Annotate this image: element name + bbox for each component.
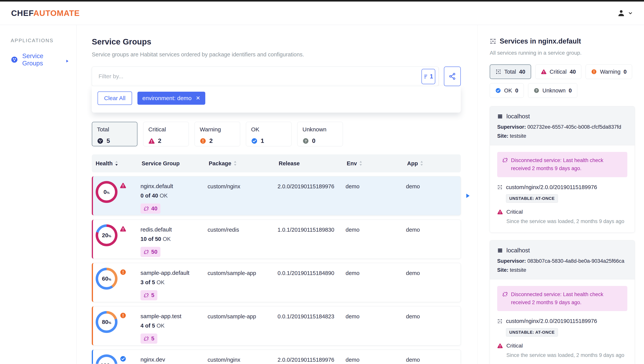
badge-label: Warning: [600, 69, 620, 75]
disconnected-badge: 5: [140, 290, 157, 300]
status-tab[interactable]: Critical 2: [143, 122, 189, 146]
warning-icon: [200, 138, 206, 144]
panel-status-badge[interactable]: OK 0: [490, 83, 524, 98]
top-nav: CHEFAUTOMATE: [0, 2, 644, 25]
ok-suffix: OK: [160, 193, 168, 199]
server-icon: [497, 114, 503, 119]
badge-count: 0: [515, 88, 518, 94]
status-tab-label: Warning: [200, 126, 235, 133]
column-label: App: [407, 160, 418, 167]
filter-input[interactable]: [92, 73, 438, 80]
sort-icon[interactable]: [115, 161, 118, 166]
service-group-row[interactable]: 80% sample-app.test 4 of 5 OK 5 custom/s…: [92, 306, 461, 345]
status-tab[interactable]: Total 5: [92, 122, 138, 146]
supervisor-label: Supervisor:: [497, 124, 526, 130]
share-button[interactable]: [444, 67, 461, 86]
column-label: Env: [347, 160, 357, 167]
service-card: localhost Supervisor: 083b07ca-5830-4a8d…: [490, 240, 635, 364]
status-tab-count: 2: [209, 137, 213, 144]
clear-all-button[interactable]: Clear All: [98, 92, 132, 105]
service-group-cell: redis.default 10 of 50 OK 50: [140, 220, 208, 258]
service-group-row[interactable]: 60% sample-app.default 3 of 5 OK 5 custo…: [92, 263, 461, 302]
disconnected-count: 50: [151, 249, 157, 255]
status-tab-count: 5: [106, 137, 110, 144]
critical-icon: [497, 209, 503, 215]
critical-icon: [497, 343, 503, 349]
badge-label: Total: [504, 69, 516, 75]
service-card-header: localhost Supervisor: 083b07ca-5830-4a8d…: [490, 240, 634, 279]
disconnected-alert-text: Disconnected service: Last health check …: [511, 290, 622, 307]
panel-status-badge[interactable]: Critical 40: [535, 65, 582, 79]
service-package: custom/nginx/2.0.0/20190115189976: [506, 318, 597, 324]
critical-icon: [541, 69, 547, 75]
chevron-right-icon: [464, 193, 471, 199]
table-header: Health Service Group Package Release Env…: [92, 154, 461, 172]
service-group-cell: sample-app.test 4 of 5 OK 5: [140, 306, 208, 345]
env-cell: demo: [346, 350, 406, 364]
chevron-right-icon: [65, 57, 69, 62]
disconnected-alert-text: Disconnected service: Last health check …: [511, 157, 622, 173]
filter-chip-label: environment: demo: [142, 95, 192, 102]
dots-icon: [497, 318, 502, 324]
disconnected-count: 40: [151, 205, 157, 212]
status-tab[interactable]: OK 1: [246, 122, 292, 146]
service-group-row[interactable]: 20% redis.default 10 of 50 OK 50 custom/…: [92, 220, 461, 259]
service-health: Critical: [506, 343, 523, 349]
env-cell: demo: [346, 306, 406, 345]
host-name: localhost: [506, 113, 530, 120]
status-tab-label: Unknown: [302, 126, 338, 133]
badge-count: 0: [569, 88, 572, 94]
service-card-header: localhost Supervisor: 002732ee-6557-405c…: [490, 106, 634, 145]
dots-icon: [490, 38, 496, 45]
chef-automate-logo[interactable]: CHEFAUTOMATE: [11, 9, 80, 18]
ok-count: 4 of 5: [140, 322, 155, 329]
health-cell: 100%: [96, 350, 140, 364]
disconnected-alert: Disconnected service: Last health check …: [497, 286, 627, 311]
filter-input-wrap: 1: [92, 67, 438, 86]
services-panel: Services in nginx.default All services r…: [477, 25, 644, 364]
service-group-name: nginx.dev: [140, 356, 208, 363]
service-group-row[interactable]: 100% nginx.dev 10 of 10 OK 10 custom/ngi…: [92, 350, 461, 364]
applied-filters-panel: Clear All environment: demo ✕: [92, 86, 461, 113]
sort-icon[interactable]: [234, 161, 237, 166]
column-label: Health: [96, 160, 113, 167]
table-column-header: Service Group: [142, 160, 209, 167]
panel-status-badge[interactable]: ? Unknown 0: [528, 83, 577, 98]
service-group-name: redis.default: [140, 226, 208, 233]
service-group-name: nginx.default: [140, 183, 208, 189]
user-icon: [617, 9, 626, 18]
health-percent: 80: [102, 319, 108, 325]
filter-chip[interactable]: environment: demo ✕: [138, 92, 205, 105]
health-donut: 20%: [96, 224, 118, 246]
supervisor-label: Supervisor:: [497, 258, 526, 264]
service-group-row[interactable]: 0% nginx.default 0 of 40 OK 40 custom/ng…: [92, 176, 461, 215]
page-subtitle: Service groups are Habitat services orde…: [92, 51, 461, 58]
user-menu[interactable]: [617, 9, 633, 18]
ok-suffix: OK: [163, 236, 171, 242]
column-label: Service Group: [142, 160, 180, 167]
ok-count: 10 of 50: [140, 236, 161, 242]
panel-status-badge[interactable]: Warning 0: [586, 65, 632, 79]
svg-text:?: ?: [304, 139, 307, 143]
column-label: Release: [279, 160, 300, 167]
panel-title: Services in nginx.default: [500, 37, 581, 45]
table-column-header: Health: [96, 160, 142, 167]
app-cell: demo: [406, 306, 457, 345]
filter-count-button[interactable]: 1: [422, 69, 435, 84]
health-donut: 60%: [96, 268, 118, 290]
sort-icon[interactable]: [359, 161, 362, 166]
status-tab[interactable]: Unknown ? 0: [297, 122, 343, 146]
close-icon[interactable]: ✕: [196, 96, 200, 101]
sidebar-item-service-groups[interactable]: Service Groups: [11, 52, 76, 67]
status-tab-label: Total: [97, 126, 132, 133]
health-donut: 80%: [96, 311, 118, 333]
panel-status-badge[interactable]: Total 40: [490, 65, 531, 79]
site-value: testsite: [510, 267, 526, 273]
warning-icon: [591, 69, 597, 75]
status-tab[interactable]: Warning 2: [194, 122, 240, 146]
filter-count: 1: [430, 73, 433, 80]
page-title: Service Groups: [92, 37, 461, 47]
env-cell: demo: [346, 220, 406, 258]
sort-icon[interactable]: [420, 161, 423, 166]
ok-suffix: OK: [156, 279, 165, 285]
